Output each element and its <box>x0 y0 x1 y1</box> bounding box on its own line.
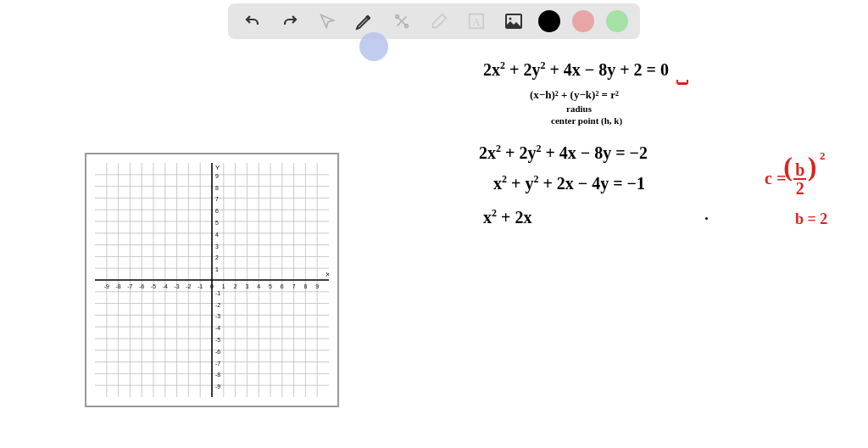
circle-standard-form: (x−h)² + (y−k)² = r² <box>530 88 619 102</box>
svg-text:-5: -5 <box>215 337 220 343</box>
coordinate-grid: X Y -9-8-7-6-5-4-3-2-10123456789 9876543… <box>95 163 329 397</box>
svg-text:2: 2 <box>215 255 219 260</box>
c-formula-exponent: 2 <box>820 149 826 163</box>
svg-text:-2: -2 <box>186 283 191 289</box>
center-point-label: center point (h, k) <box>551 115 622 126</box>
svg-text:2: 2 <box>234 283 237 289</box>
svg-text:4: 4 <box>257 283 260 289</box>
svg-point-1 <box>405 25 409 28</box>
color-swatch-black[interactable] <box>538 10 560 32</box>
c-formula-numerator: b <box>793 161 806 180</box>
equation-line2: 2x2 + 2y2 + 4x − 8y = −2 <box>479 143 648 163</box>
svg-text:-5: -5 <box>151 283 156 289</box>
svg-text:-3: -3 <box>175 283 180 289</box>
svg-text:-9: -9 <box>104 283 109 289</box>
svg-text:X: X <box>326 271 329 278</box>
drawing-toolbar: A <box>228 3 640 39</box>
color-swatch-green[interactable] <box>606 10 628 32</box>
svg-text:8: 8 <box>215 185 219 191</box>
svg-text:7: 7 <box>292 283 296 289</box>
svg-text:5: 5 <box>269 283 272 289</box>
svg-text:-2: -2 <box>215 302 220 308</box>
svg-text:4: 4 <box>215 232 219 238</box>
c-formula: c = ( b 2 ) 2 <box>765 161 810 199</box>
svg-text:-6: -6 <box>215 349 220 355</box>
eraser-tool-button[interactable] <box>426 8 452 34</box>
image-tool-button[interactable] <box>501 8 526 34</box>
undo-button[interactable] <box>240 8 265 34</box>
red-underline-constant <box>676 80 688 85</box>
redo-button[interactable] <box>277 8 303 34</box>
svg-text:-7: -7 <box>215 361 220 367</box>
svg-text:Y: Y <box>215 164 220 171</box>
equation-line1: 2x2 + 2y2 + 4x − 8y + 2 = 0 <box>483 59 669 80</box>
svg-text:3: 3 <box>215 244 219 249</box>
color-swatch-red[interactable] <box>572 10 594 32</box>
svg-text:-4: -4 <box>215 325 220 331</box>
svg-text:7: 7 <box>215 196 219 202</box>
svg-text:6: 6 <box>215 208 219 214</box>
svg-text:-8: -8 <box>116 283 121 289</box>
text-tool-button[interactable]: A <box>464 8 489 34</box>
svg-text:-1: -1 <box>198 283 203 289</box>
svg-text:8: 8 <box>303 283 307 289</box>
svg-text:-3: -3 <box>215 313 220 319</box>
svg-text:1: 1 <box>215 266 219 272</box>
svg-text:6: 6 <box>281 283 284 289</box>
cursor-highlight-dot <box>359 32 388 61</box>
pen-tool-button[interactable] <box>352 8 377 34</box>
svg-text:-6: -6 <box>139 283 144 289</box>
svg-point-5 <box>509 18 512 20</box>
svg-text:A: A <box>473 16 481 28</box>
stray-dot <box>705 217 708 220</box>
tools-button[interactable] <box>389 8 415 34</box>
b-value: b = 2 <box>795 210 827 228</box>
svg-text:-7: -7 <box>127 283 132 289</box>
svg-text:-9: -9 <box>215 384 220 389</box>
c-formula-denominator: 2 <box>793 180 806 197</box>
pointer-tool-button[interactable] <box>314 8 340 34</box>
svg-text:-1: -1 <box>215 290 220 296</box>
equation-line4: x2 + 2x <box>483 207 531 227</box>
svg-text:-8: -8 <box>215 372 220 378</box>
equation-line3: x2 + y2 + 2x − 4y = −1 <box>493 173 645 193</box>
svg-text:1: 1 <box>222 283 225 289</box>
svg-text:3: 3 <box>245 283 248 289</box>
coordinate-grid-svg: X Y -9-8-7-6-5-4-3-2-10123456789 9876543… <box>95 163 329 397</box>
coordinate-grid-frame: X Y -9-8-7-6-5-4-3-2-10123456789 9876543… <box>85 153 339 407</box>
svg-text:9: 9 <box>215 173 219 179</box>
radius-label: radius <box>566 104 592 114</box>
svg-text:-4: -4 <box>163 283 168 289</box>
svg-text:5: 5 <box>215 220 219 226</box>
svg-text:9: 9 <box>315 283 319 289</box>
svg-text:0: 0 <box>210 283 214 289</box>
